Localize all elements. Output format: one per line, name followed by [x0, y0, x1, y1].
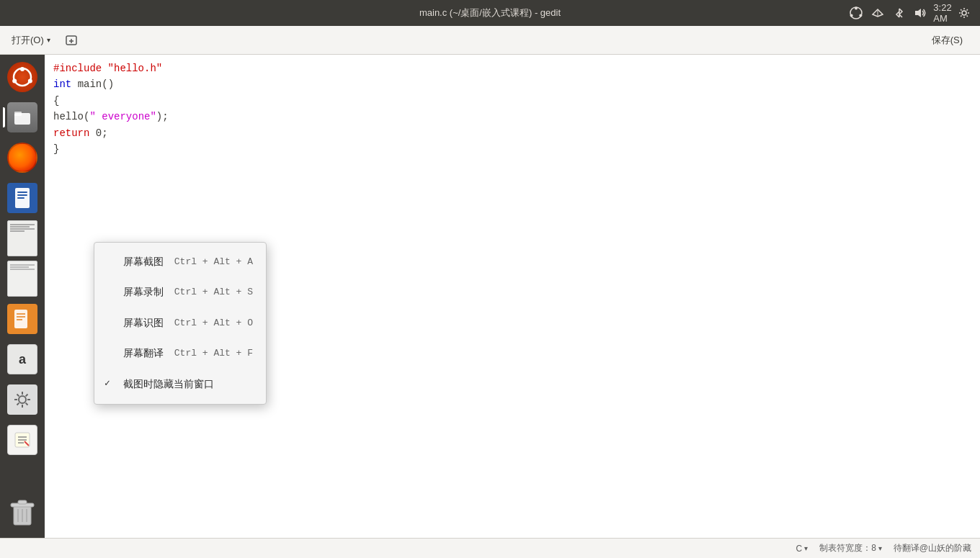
menu-item-hide-window[interactable]: ✓ 截图时隐藏当前窗口 — [94, 369, 266, 400]
menu-item-record-label: 屏幕录制 — [123, 284, 164, 300]
svg-point-6 — [962, 11, 966, 15]
svg-rect-11 — [14, 112, 22, 116]
svg-point-20 — [19, 396, 26, 403]
svg-point-1 — [855, 7, 858, 10]
menu-item-recognize-shortcut: Ctrl + Alt + O — [174, 316, 253, 331]
sidebar: a — [0, 55, 45, 538]
menu-item-translate-shortcut: Ctrl + Alt + F — [174, 346, 253, 361]
menu-item-hide-window-label: 截图时隐藏当前窗口 — [123, 377, 214, 392]
code-line-4: hello(" everyone"); — [53, 109, 971, 125]
svg-point-2 — [859, 14, 862, 17]
sidebar-item-ubuntu[interactable] — [3, 58, 42, 96]
menu-item-recognize[interactable]: 屏幕识图 Ctrl + Alt + O — [94, 308, 266, 338]
code-line-1: #include "hello.h" — [53, 60, 971, 76]
dictionary-icon: a — [7, 344, 37, 374]
svg-point-3 — [850, 14, 853, 17]
sidebar-item-textfile1[interactable] — [3, 219, 42, 258]
new-tab-button[interactable] — [59, 31, 84, 50]
trash-icon — [7, 498, 37, 528]
tools-icon — [7, 384, 37, 415]
code-line-2: int main() — [53, 76, 971, 92]
main-layout: a — [0, 55, 980, 538]
titlebar-right: 3:22 AM — [849, 6, 971, 20]
ubuntu-icon — [7, 62, 37, 92]
sidebar-item-notes[interactable] — [3, 420, 42, 459]
statusbar-lang[interactable]: C — [796, 544, 808, 554]
textfile2-icon — [7, 261, 37, 297]
svg-rect-15 — [17, 197, 24, 199]
menu-item-screenshot-shortcut: Ctrl + Alt + A — [174, 255, 253, 270]
settings-icon[interactable] — [957, 6, 971, 20]
code-line-3: { — [53, 93, 971, 109]
time-display: 3:22 AM — [935, 6, 950, 20]
network-icon — [870, 6, 885, 20]
toolbar: 打开(O) ▾ 保存(S) — [0, 26, 980, 55]
code-line-5: return 0; — [53, 125, 971, 141]
svg-rect-13 — [17, 192, 27, 193]
statusbar-right-label: 待翻译@山妖的阶藏 — [894, 542, 971, 554]
menu-item-screenshot-label: 屏幕截图 — [123, 254, 164, 270]
orangefile-icon — [7, 304, 37, 334]
sidebar-item-orangefile[interactable] — [3, 300, 42, 338]
titlebar: main.c (~/桌面/嵌入式课程) - gedit — [0, 0, 980, 26]
files-icon — [7, 102, 37, 132]
svg-rect-14 — [17, 194, 27, 196]
editor-area[interactable]: #include "hello.h" int main() { hello(" … — [45, 55, 980, 538]
writer-icon — [7, 183, 37, 213]
svg-rect-28 — [18, 500, 27, 504]
svg-rect-17 — [17, 313, 25, 315]
sidebar-item-dictionary[interactable]: a — [3, 340, 42, 379]
menu-item-record-shortcut: Ctrl + Alt + S — [174, 285, 253, 300]
menu-item-screenshot[interactable]: 屏幕截图 Ctrl + Alt + A — [94, 247, 266, 277]
volume-icon — [914, 6, 928, 20]
open-button[interactable]: 打开(O) ▾ — [6, 31, 56, 50]
statusbar-tab-width[interactable]: 制表符宽度：8 — [819, 542, 882, 554]
svg-rect-19 — [17, 319, 22, 320]
menu-item-translate[interactable]: 屏幕翻译 Ctrl + Alt + F — [94, 338, 266, 369]
sidebar-item-trash[interactable] — [3, 493, 42, 532]
new-tab-icon — [65, 34, 78, 47]
sidebar-item-tools[interactable] — [3, 380, 42, 419]
statusbar-tab-label: 制表符宽度：8 — [819, 542, 876, 554]
menu-item-translate-label: 屏幕翻译 — [123, 346, 164, 361]
context-menu: 屏幕截图 Ctrl + Alt + A 屏幕录制 Ctrl + Alt + S … — [94, 242, 267, 405]
sidebar-item-files[interactable] — [3, 98, 42, 137]
statusbar-lang-label: C — [796, 544, 802, 554]
bluetooth-icon — [892, 6, 906, 20]
titlebar-title: main.c (~/桌面/嵌入式课程) - gedit — [419, 6, 561, 19]
menu-item-record[interactable]: 屏幕录制 Ctrl + Alt + S — [94, 277, 266, 307]
open-dropdown-arrow[interactable]: ▾ — [47, 36, 50, 44]
checkmark-icon: ✓ — [104, 377, 110, 392]
svg-marker-5 — [915, 9, 921, 17]
sidebar-item-textfile2[interactable] — [3, 259, 42, 298]
statusbar: C 制表符宽度：8 待翻译@山妖的阶藏 — [0, 538, 980, 558]
code-line-6: } — [53, 141, 971, 157]
sidebar-item-writer[interactable] — [3, 179, 42, 217]
svg-rect-18 — [17, 316, 25, 318]
notes-icon — [7, 425, 37, 455]
save-button[interactable]: 保存(S) — [920, 31, 974, 50]
statusbar-right-info: 待翻译@山妖的阶藏 — [894, 542, 971, 554]
firefox-icon — [7, 143, 37, 173]
menu-item-recognize-label: 屏幕识图 — [123, 315, 164, 331]
textfile1-icon — [7, 220, 37, 256]
sidebar-item-firefox[interactable] — [3, 138, 42, 177]
open-label: 打开(O) — [12, 34, 44, 47]
ubuntu-logo-icon — [849, 6, 863, 20]
